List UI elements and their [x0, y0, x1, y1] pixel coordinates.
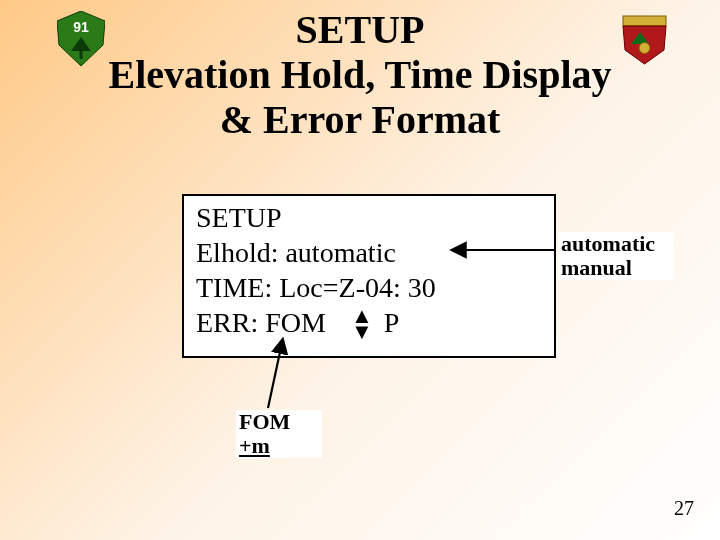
page-number: 27 [674, 497, 694, 520]
up-down-arrows-icon: ▲▼ [351, 308, 373, 339]
title-line-2: Elevation Hold, Time Display [108, 52, 611, 97]
err-option-plusm: +m [239, 434, 319, 458]
setup-display-panel: SETUP Elhold: automatic TIME: Loc=Z-04: … [182, 194, 556, 358]
display-err-label: ERR: FOM [196, 307, 326, 338]
display-row-setup: SETUP [196, 200, 542, 235]
arrow-to-err [268, 352, 280, 408]
display-err-suffix: P [384, 307, 400, 338]
elhold-option-automatic: automatic [561, 232, 671, 256]
err-option-fom: FOM [239, 410, 319, 434]
slide-title: SETUP Elevation Hold, Time Display & Err… [0, 8, 720, 142]
elhold-option-manual: manual [561, 256, 671, 280]
display-row-time: TIME: Loc=Z-04: 30 [196, 270, 542, 305]
title-line-3: & Error Format [220, 97, 501, 142]
elhold-options-note: automatic manual [558, 232, 674, 280]
title-line-1: SETUP [296, 7, 425, 52]
display-row-err: ERR: FOM ▲▼ P [196, 305, 542, 341]
err-options-note: FOM +m [236, 410, 322, 458]
display-row-elhold: Elhold: automatic [196, 235, 542, 270]
